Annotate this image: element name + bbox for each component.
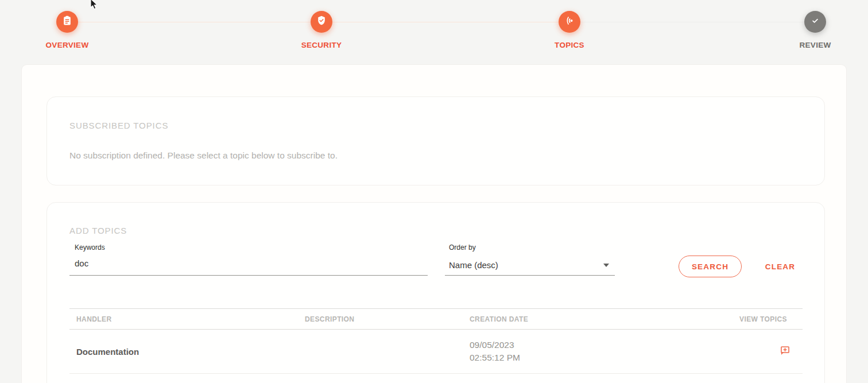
step-review[interactable]: REVIEW: [769, 11, 861, 49]
order-by-label: Order by: [449, 243, 476, 252]
wizard-content-card: SUBSCRIBED TOPICS No subscription define…: [21, 64, 847, 383]
step-overview-label: OVERVIEW: [46, 41, 89, 49]
check-icon: [809, 15, 821, 29]
creation-date-cell: 09/05/2023 02:55:12 PM: [470, 330, 739, 374]
subscribed-topics-title: SUBSCRIBED TOPICS: [69, 121, 168, 130]
description-cell: [305, 330, 470, 374]
step-topics-label: TOPICS: [555, 41, 584, 49]
search-button[interactable]: SEARCH: [679, 256, 742, 277]
column-header-view-topics: VIEW TOPICS: [739, 309, 803, 330]
step-overview-circle[interactable]: [56, 11, 78, 33]
add-topics-card: ADD TOPICS Keywords Order by Name (desc)…: [46, 202, 825, 383]
step-security-label: SECURITY: [301, 41, 342, 49]
subscription-wizard-page: OVERVIEW SECURITY: [0, 0, 868, 383]
keywords-input[interactable]: [69, 256, 428, 276]
broadcast-icon: [564, 15, 575, 29]
add-topics-title: ADD TOPICS: [69, 226, 127, 235]
wizard-stepper: OVERVIEW SECURITY: [0, 0, 868, 55]
clipboard-icon: [61, 15, 73, 29]
clear-button[interactable]: CLEAR: [754, 256, 806, 277]
column-header-description: DESCRIPTION: [305, 309, 470, 330]
column-header-creation-date: CREATION DATE: [470, 309, 739, 330]
subscribed-topics-card: SUBSCRIBED TOPICS No subscription define…: [46, 96, 825, 185]
view-topics-cell: [739, 330, 803, 374]
shield-check-icon: [316, 15, 327, 29]
step-topics-circle[interactable]: [559, 11, 580, 33]
step-review-circle[interactable]: [804, 11, 826, 33]
keywords-label: Keywords: [75, 243, 105, 252]
order-by-select[interactable]: Name (desc): [445, 256, 615, 276]
creation-date-line1: 09/05/2023: [470, 339, 739, 351]
creation-date-line2: 02:55:12 PM: [470, 351, 739, 364]
table-header-row: HANDLER DESCRIPTION CREATION DATE VIEW T…: [69, 309, 803, 330]
order-by-selected-value: Name (desc): [449, 260, 498, 270]
view-topics-button[interactable]: [778, 344, 791, 357]
add-comment-icon: [779, 350, 791, 358]
step-topics[interactable]: TOPICS: [524, 11, 615, 49]
column-header-handler: HANDLER: [69, 309, 305, 330]
handler-cell: Documentation: [69, 330, 305, 374]
subscribed-topics-empty-message: No subscription defined. Please select a…: [69, 150, 338, 161]
topics-table: HANDLER DESCRIPTION CREATION DATE VIEW T…: [69, 308, 803, 374]
step-overview[interactable]: OVERVIEW: [21, 11, 113, 49]
step-security-circle[interactable]: [311, 11, 332, 33]
step-review-label: REVIEW: [799, 41, 831, 49]
table-row: Documentation 09/05/2023 02:55:12 PM: [69, 330, 803, 374]
chevron-down-icon: [603, 264, 609, 267]
step-security[interactable]: SECURITY: [276, 11, 367, 49]
